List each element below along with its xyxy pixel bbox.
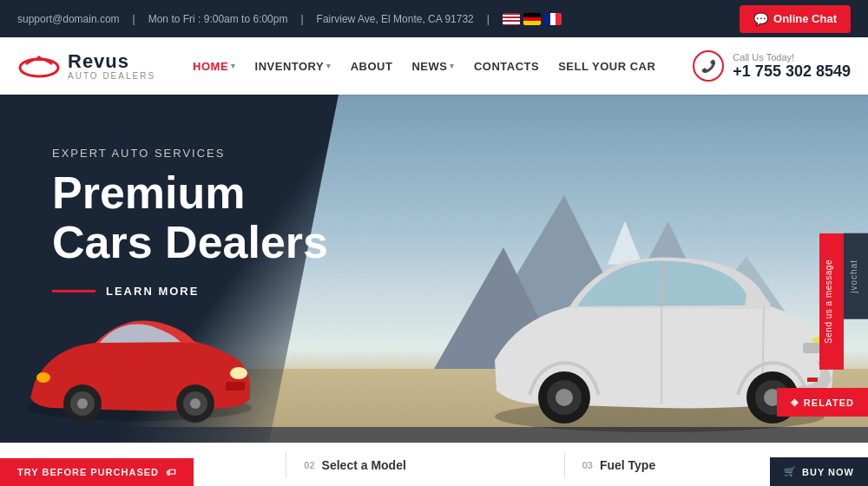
chat-btn-label: Online Chat <box>773 12 837 25</box>
separator1: | <box>133 13 135 25</box>
nav-inventory[interactable]: INVENTORY ▾ <box>255 60 332 73</box>
hero-title: Premium Cars Dealers <box>52 168 328 267</box>
phone-icon: 📞 <box>693 50 724 82</box>
logo-text: Revus AUTO DEALERS <box>68 52 155 81</box>
nav-contacts[interactable]: CONTACTS <box>474 60 539 73</box>
phone-number: +1 755 302 8549 <box>733 62 851 81</box>
jvochat-sidebar[interactable]: jvochat <box>844 233 868 319</box>
nav-news[interactable]: NEWS ▾ <box>411 60 455 73</box>
try-before-label: TRY BEFORE PURCHASED <box>17 467 159 477</box>
diamond-icon: ◈ <box>791 397 799 408</box>
separator2: | <box>300 13 303 25</box>
send-message-label: Send us a message <box>824 259 833 344</box>
flag-de[interactable] <box>523 13 541 25</box>
chevron-down-icon: ▾ <box>326 62 332 70</box>
email-link[interactable]: support@domain.com <box>17 13 120 25</box>
chat-icon: 💬 <box>753 12 768 26</box>
header-contact: 📞 Call Us Today! +1 755 302 8549 <box>693 50 851 82</box>
buy-now-label: BUY NOW <box>802 467 854 477</box>
logo[interactable]: Revus AUTO DEALERS <box>17 49 155 83</box>
flag-fr[interactable] <box>544 13 562 25</box>
language-flags[interactable] <box>503 13 562 25</box>
logo-icon <box>17 49 61 83</box>
cta-area: LEARN MORE <box>52 285 328 298</box>
jvochat-label: jvochat <box>849 259 858 293</box>
svg-point-9 <box>36 372 50 383</box>
chevron-down-icon: ▾ <box>231 62 236 70</box>
top-bar-info: support@domain.com | Mon to Fri : 9:00am… <box>17 13 562 25</box>
header: Revus AUTO DEALERS HOME ▾ INVENTORY ▾ AB… <box>0 37 868 95</box>
svg-point-0 <box>20 59 58 76</box>
svg-point-17 <box>556 389 573 406</box>
svg-point-8 <box>230 367 247 379</box>
svg-rect-22 <box>807 378 818 382</box>
white-car-image <box>469 208 851 469</box>
top-bar: support@domain.com | Mon to Fri : 9:00am… <box>0 0 868 37</box>
buy-now-button[interactable]: 🛒 BUY NOW <box>770 457 868 486</box>
send-message-sidebar[interactable]: Send us a message <box>819 233 844 370</box>
red-car-image <box>9 295 269 469</box>
try-before-button[interactable]: TRY BEFORE PURCHASED 🏷 <box>0 458 194 486</box>
svg-point-4 <box>77 398 88 409</box>
learn-more-button[interactable]: LEARN MORE <box>106 285 199 298</box>
main-nav: HOME ▾ INVENTORY ▾ ABOUT NEWS ▾ CONTACTS… <box>193 60 655 73</box>
nav-about[interactable]: ABOUT <box>351 60 393 73</box>
svg-point-7 <box>190 398 201 409</box>
nav-sell-car[interactable]: SELL YOUR CAR <box>558 60 655 73</box>
hero-subtitle: EXPERT AUTO SERVICES <box>52 147 328 160</box>
logo-subtitle: AUTO DEALERS <box>68 71 155 81</box>
tag-icon: 🏷 <box>166 467 176 477</box>
nav-home[interactable]: HOME ▾ <box>193 60 236 73</box>
call-label: Call Us Today! <box>733 52 851 62</box>
online-chat-button[interactable]: 💬 Online Chat <box>740 5 851 33</box>
step-2-label: Select a Model <box>322 458 406 472</box>
svg-rect-10 <box>226 382 245 391</box>
call-icon: 📞 <box>701 59 716 73</box>
logo-name: Revus <box>68 52 155 71</box>
hero-content: EXPERT AUTO SERVICES Premium Cars Dealer… <box>52 147 328 298</box>
related-label: RELATED <box>804 397 854 408</box>
cart-icon: 🛒 <box>784 466 797 477</box>
address-text: Fairview Ave, El Monte, CA 91732 <box>317 13 474 25</box>
red-divider <box>52 290 95 292</box>
svg-rect-21 <box>803 343 820 353</box>
related-button[interactable]: ◈ RELATED <box>777 388 868 417</box>
chevron-down-icon: ▾ <box>450 62 455 70</box>
hours-text: Mon to Fri : 9:00am to 6:00pm <box>148 13 288 25</box>
flag-us[interactable] <box>503 13 520 25</box>
step-2-number: 02 <box>304 460 314 470</box>
hero-section: EXPERT AUTO SERVICES Premium Cars Dealer… <box>0 95 868 486</box>
phone-info: Call Us Today! +1 755 302 8549 <box>733 52 851 81</box>
separator3: | <box>487 13 490 25</box>
